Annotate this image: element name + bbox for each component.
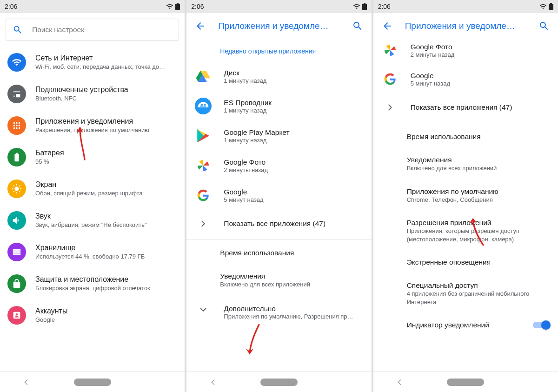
sound-icon	[7, 211, 26, 230]
settings-item-account[interactable]: Аккаунты Google	[0, 299, 185, 331]
app-title: Диск	[224, 69, 364, 77]
section-item[interactable]: УведомленияВключено для всех приложений	[373, 148, 558, 180]
item-title: Звук	[35, 212, 177, 221]
settings-item-apps[interactable]: Приложения и уведомления Разрешения, при…	[0, 110, 185, 141]
item-title: Аккаунты	[35, 306, 177, 316]
item-title: Сеть и Интернет	[35, 53, 177, 63]
nav-home-pill[interactable]	[447, 379, 484, 386]
appbar-search-button[interactable]	[348, 17, 367, 35]
item-sub: Блокировка экрана, цифровой отпечаток	[35, 285, 177, 292]
svg-rect-0	[175, 4, 180, 10]
item-sub: Обои, спящий режим, размер шрифта	[35, 190, 177, 198]
section-sub: Включено для всех приложений	[220, 280, 364, 289]
item-title: Приложения и уведомления	[35, 117, 177, 126]
nav-back-icon[interactable]	[395, 378, 404, 387]
back-button[interactable]	[378, 17, 397, 35]
item-title: Хранилище	[35, 243, 177, 253]
item-title: Подключенные устройства	[35, 85, 177, 95]
section-item[interactable]: Экстренные оповещения	[373, 251, 558, 274]
show-all-apps-row[interactable]: Показать все приложения (47)	[373, 94, 558, 121]
search-icon	[352, 20, 363, 32]
nav-home-pill[interactable]	[260, 379, 298, 386]
svg-rect-13	[13, 251, 21, 253]
app-row-cutoff[interactable]: Google Фото 2 минуты назад	[373, 39, 558, 64]
app-sub: 2 минуты назад	[224, 166, 364, 173]
toggle-switch[interactable]	[533, 322, 550, 328]
devices-icon	[7, 85, 26, 103]
section-item[interactable]: Приложения по умолчаниюChrome, Телефон, …	[373, 180, 558, 212]
svg-rect-21	[549, 4, 553, 10]
section-title: Приложения по умолчанию	[407, 187, 551, 196]
section-item[interactable]: Время использования	[373, 125, 558, 148]
status-time: 2:06	[378, 3, 391, 10]
settings-item-battery[interactable]: Батарея 95 %	[0, 141, 185, 173]
item-title: Защита и местоположение	[35, 275, 177, 285]
appbar-title: Приложения и уведомле…	[397, 21, 535, 31]
section-item[interactable]: УведомленияВключено для всех приложений	[186, 265, 371, 296]
advanced-sub: Приложения по умолчанию, Разрешения пр…	[224, 313, 364, 320]
svg-point-3	[16, 122, 18, 124]
appbar-search-button[interactable]	[535, 17, 553, 35]
svg-point-4	[19, 122, 20, 124]
settings-search[interactable]: Поиск настроек	[6, 19, 179, 41]
show-all-label: Показать все приложения (47)	[224, 219, 326, 228]
battery-icon	[549, 3, 553, 10]
svg-point-2	[13, 122, 15, 124]
app-row[interactable]: ES ES Проводник 1 минуту назад	[186, 91, 371, 121]
back-button[interactable]	[191, 17, 210, 35]
app-icon-es: ES	[194, 97, 213, 115]
nav-back-icon[interactable]	[208, 378, 218, 387]
item-sub: Google	[35, 316, 177, 324]
item-sub: Разрешения, приложения по умолчанию	[35, 126, 177, 134]
settings-item-lock[interactable]: Защита и местоположение Блокировка экран…	[0, 268, 185, 299]
app-row[interactable]: Google 5 минут назад	[186, 180, 371, 210]
switch-row[interactable]: Индикатор уведомлений	[373, 313, 558, 337]
app-row[interactable]: Google 5 минут назад	[373, 64, 558, 94]
show-all-apps-row[interactable]: Показать все приложения (47)	[186, 210, 371, 237]
svg-rect-1	[177, 3, 179, 4]
svg-point-5	[13, 125, 15, 126]
settings-item-wifi[interactable]: Сеть и Интернет Wi-Fi, моб. сети, переда…	[0, 47, 185, 78]
nav-back-icon[interactable]	[21, 378, 31, 387]
arrow-back-icon	[382, 20, 393, 32]
app-icon-photos	[194, 156, 213, 175]
svg-rect-12	[13, 249, 21, 251]
display-icon	[7, 179, 26, 198]
settings-item-sound[interactable]: Звук Звук, вибрация, режим "Не беспокоит…	[0, 205, 185, 236]
nav-bar	[0, 372, 185, 392]
section-sub: Chrome, Телефон, Сообщения	[407, 196, 551, 204]
divider	[373, 123, 558, 123]
apps-content: Google Фото 2 минуты назад Google 5 мину…	[373, 39, 558, 372]
app-title: Google Фото	[224, 158, 364, 166]
advanced-row[interactable]: Дополнительно Приложения по умолчанию, Р…	[186, 296, 371, 328]
item-title: Батарея	[35, 148, 177, 158]
section-item[interactable]: Разрешения приложенийПриложения, которым…	[373, 211, 558, 251]
search-icon	[538, 20, 550, 32]
battery-icon	[362, 3, 367, 10]
section-item[interactable]: Специальный доступ4 приложения без огран…	[373, 274, 558, 313]
app-icon-drive	[194, 67, 213, 86]
apps-icon	[7, 116, 26, 135]
section-title: Время использования	[407, 133, 551, 141]
switch-label: Индикатор уведомлений	[407, 321, 489, 329]
search-placeholder: Поиск настроек	[32, 26, 84, 34]
appbar-title: Приложения и уведомле…	[210, 21, 348, 31]
settings-item-display[interactable]: Экран Обои, спящий режим, размер шрифта	[0, 173, 185, 205]
battery-icon	[7, 148, 26, 166]
settings-item-devices[interactable]: Подключенные устройства Bluetooth, NFC	[0, 78, 185, 110]
svg-text:ES: ES	[200, 103, 206, 108]
app-sub: 5 минут назад	[224, 196, 364, 203]
search-icon	[13, 25, 23, 35]
show-all-label: Показать все приложения (47)	[411, 103, 512, 112]
settings-content: Поиск настроек Сеть и Интернет Wi-Fi, мо…	[0, 13, 185, 372]
app-row[interactable]: Google Play Маркет 1 минуту назад	[186, 121, 371, 151]
nav-home-pill[interactable]	[74, 379, 111, 386]
app-row[interactable]: Диск 1 минуту назад	[186, 61, 371, 91]
item-title: Экран	[35, 180, 177, 190]
app-row[interactable]: Google Фото 2 минуты назад	[186, 151, 371, 180]
svg-point-7	[19, 125, 20, 126]
settings-item-storage[interactable]: Хранилище Используется 44 %, свободно 17…	[0, 236, 185, 268]
section-item[interactable]: Время использования	[186, 241, 371, 265]
section-title: Уведомления	[407, 156, 551, 164]
app-sub: 2 минуты назад	[411, 51, 551, 58]
